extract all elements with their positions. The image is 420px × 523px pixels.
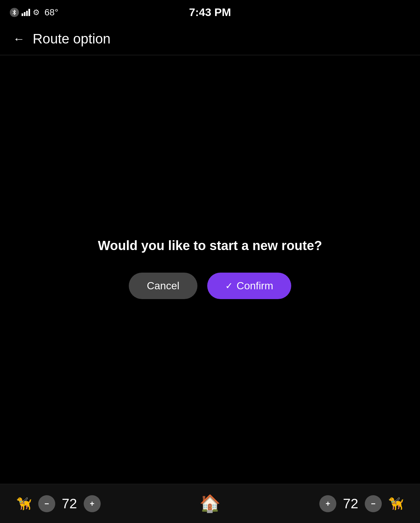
status-icons: ⚙ [10,8,40,17]
home-button[interactable]: 🏠 [199,494,221,514]
left-seat-icon: 🦮 [16,497,32,511]
page-title: Route option [33,31,110,47]
home-icon: 🏠 [199,494,221,513]
confirm-checkmark: ✓ [225,280,233,291]
bottom-right-controls: + 72 − 🦮 [319,495,404,512]
right-seat-number: 72 [343,496,358,512]
temperature-display: 68° [44,7,58,18]
header: ← Route option [0,25,420,55]
bottom-bar: 🦮 − 72 + 🏠 + 72 − 🦮 [0,484,420,523]
signal-icon [22,9,30,16]
status-left: ⚙ 68° [10,7,58,18]
right-seat-icon: 🦮 [388,497,404,511]
settings-icon: ⚙ [33,8,40,17]
status-time: 7:43 PM [189,6,231,19]
cancel-button[interactable]: Cancel [129,273,197,299]
back-button[interactable]: ← [13,32,25,46]
main-content: Would you like to start a new route? Can… [0,55,420,482]
left-seat-number: 72 [62,496,77,512]
dialog-buttons: Cancel ✓ Confirm [129,273,291,299]
bluetooth-icon [10,8,19,17]
left-minus-button[interactable]: − [38,495,55,512]
dialog-question: Would you like to start a new route? [98,238,322,253]
status-bar: ⚙ 68° 7:43 PM [0,0,420,25]
right-plus-button[interactable]: + [319,495,336,512]
right-minus-button[interactable]: − [365,495,382,512]
bottom-left-controls: 🦮 − 72 + [16,495,101,512]
left-plus-button[interactable]: + [84,495,101,512]
confirm-button[interactable]: ✓ Confirm [207,273,291,299]
confirm-label: Confirm [237,280,273,292]
